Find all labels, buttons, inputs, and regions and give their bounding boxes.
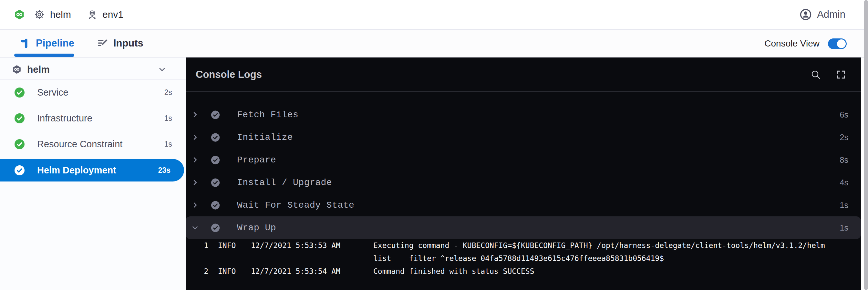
- log-message: Command finished with status SUCCESS: [373, 265, 534, 278]
- success-check-icon: [14, 87, 25, 98]
- log-line-number: 1: [186, 239, 208, 252]
- sidebar-step-helm-deployment-selected[interactable]: Helm Deployment 23s: [0, 159, 184, 182]
- service-hexagon-icon: [14, 9, 25, 20]
- log-line-continuation: list --filter ^release-04fa5788d11493e61…: [373, 252, 664, 265]
- success-check-icon: [211, 110, 220, 120]
- user-menu[interactable]: Admin: [800, 9, 845, 20]
- success-check-icon: [211, 132, 220, 142]
- stage-name: helm: [27, 64, 50, 75]
- tab-inputs[interactable]: Inputs: [97, 30, 144, 57]
- console-step-duration: 4s: [840, 178, 848, 187]
- console-step-duration: 1s: [840, 223, 848, 232]
- chevron-right-icon: [191, 134, 198, 141]
- log-line: 1 INFO 12/7/2021 5:53:53 AM Executing co…: [186, 239, 825, 252]
- console-logs-panel: Console Logs Fetch Files 6s Initialize 2…: [186, 58, 861, 290]
- success-check-icon: [211, 155, 220, 165]
- gear-icon[interactable]: [34, 9, 44, 20]
- chevron-right-icon: [191, 111, 198, 118]
- chevron-right-icon: [191, 201, 198, 208]
- step-duration: 2s: [164, 88, 172, 97]
- success-check-icon: [14, 113, 25, 124]
- log-message: list --filter ^release-04fa5788d11493e61…: [373, 252, 664, 265]
- console-step-initialize[interactable]: Initialize 2s: [186, 126, 861, 149]
- success-check-icon: [211, 178, 220, 188]
- sidebar-divider: [0, 79, 186, 80]
- step-label: Resource Constraint: [37, 139, 122, 150]
- console-step-duration: 2s: [840, 133, 848, 142]
- tab-pipeline[interactable]: Pipeline: [20, 30, 74, 57]
- active-tab-underline: [14, 54, 74, 57]
- tab-inputs-label: Inputs: [113, 37, 144, 49]
- log-level: INFO: [218, 239, 251, 252]
- top-bar: helm env1 Admin: [0, 0, 868, 30]
- log-timestamp: 12/7/2021 5:53:54 AM: [251, 265, 348, 278]
- step-label: Helm Deployment: [37, 165, 116, 176]
- console-step-label: Prepare: [237, 155, 276, 165]
- fullscreen-icon[interactable]: [836, 69, 846, 80]
- chevron-down-icon[interactable]: [158, 66, 166, 73]
- console-step-duration: 1s: [840, 200, 848, 210]
- console-step-label: Wrap Up: [237, 223, 276, 233]
- environment-name[interactable]: env1: [102, 9, 123, 20]
- search-icon[interactable]: [810, 69, 821, 80]
- tab-bar: Pipeline Inputs Console View: [0, 30, 868, 58]
- sidebar-step-resource-constraint[interactable]: Resource Constraint 1s: [0, 133, 186, 155]
- user-avatar-icon: [800, 9, 811, 20]
- environment-icon: [87, 10, 97, 20]
- console-view-label: Console View: [764, 38, 819, 49]
- step-label: Service: [37, 87, 68, 98]
- execution-sidebar: helm Service 2s Infrastructure 1s Resour…: [0, 58, 186, 290]
- success-check-icon: [211, 223, 220, 233]
- step-duration: 1s: [164, 140, 172, 149]
- console-step-install-upgrade[interactable]: Install / Upgrade 4s: [186, 171, 861, 194]
- console-step-wait-for-steady-state[interactable]: Wait For Steady State 1s: [186, 194, 861, 216]
- console-step-label: Fetch Files: [237, 110, 299, 120]
- breadcrumb: helm env1: [14, 9, 123, 20]
- project-name[interactable]: helm: [50, 9, 71, 20]
- toggle-knob: [837, 39, 846, 48]
- console-title: Console Logs: [196, 69, 262, 80]
- chevron-right-icon: [191, 156, 198, 163]
- chevron-right-icon: [191, 179, 198, 186]
- sidebar-step-infrastructure[interactable]: Infrastructure 1s: [0, 107, 186, 129]
- chevron-down-icon: [191, 224, 198, 231]
- content-area: helm Service 2s Infrastructure 1s Resour…: [0, 58, 868, 290]
- console-step-label: Install / Upgrade: [237, 178, 332, 188]
- console-step-prepare[interactable]: Prepare 8s: [186, 149, 861, 171]
- console-step-duration: 8s: [840, 155, 848, 165]
- step-duration: 1s: [164, 114, 172, 123]
- user-name: Admin: [817, 9, 845, 20]
- console-step-duration: 6s: [840, 110, 848, 120]
- pipeline-icon: [20, 38, 31, 49]
- success-check-icon: [14, 139, 25, 150]
- log-timestamp: 12/7/2021 5:53:53 AM: [251, 239, 348, 252]
- console-view-toggle[interactable]: [828, 38, 847, 49]
- tab-pipeline-label: Pipeline: [36, 37, 74, 49]
- success-check-icon: [211, 200, 220, 210]
- log-line-number: 2: [186, 265, 208, 278]
- step-duration: 23s: [158, 166, 170, 175]
- console-step-label: Initialize: [237, 132, 293, 142]
- scrollbar-thumb[interactable]: [864, 0, 868, 290]
- console-step-fetch-files[interactable]: Fetch Files 6s: [186, 103, 861, 126]
- log-message: Executing command - KUBECONFIG=${KUBECON…: [373, 239, 825, 252]
- stage-hexagon-icon: [12, 65, 21, 74]
- log-line: 2 INFO 12/7/2021 5:53:54 AM Command fini…: [186, 265, 534, 278]
- console-header: Console Logs: [186, 58, 861, 92]
- inputs-edit-icon: [97, 37, 108, 49]
- sidebar-step-service[interactable]: Service 2s: [0, 81, 186, 104]
- stage-header-helm[interactable]: helm: [0, 60, 186, 79]
- step-label: Infrastructure: [37, 113, 92, 124]
- console-step-label: Wait For Steady State: [237, 200, 354, 210]
- success-check-icon: [14, 165, 25, 176]
- log-level: INFO: [218, 265, 251, 278]
- console-step-wrap-up-expanded[interactable]: Wrap Up 1s: [186, 216, 861, 239]
